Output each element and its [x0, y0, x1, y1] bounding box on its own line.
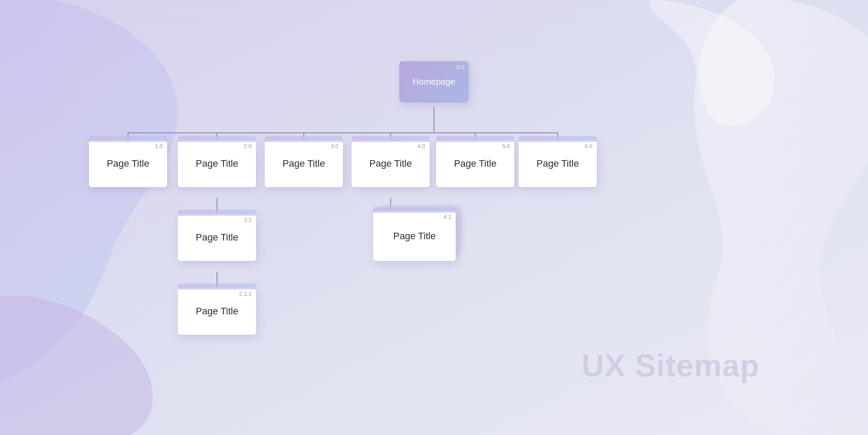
homepage-number: 0.0	[457, 64, 464, 70]
node-4-1[interactable]: 4.1 Page Title	[373, 211, 456, 263]
node-3-0-label: Page Title	[283, 158, 325, 169]
node-6-0[interactable]: 6.0 Page Title	[519, 140, 597, 187]
node-2-0[interactable]: 2.0 Page Title	[178, 140, 256, 187]
node-3-0-number: 3.0	[331, 143, 339, 149]
node-5-0[interactable]: 5.0 Page Title	[436, 140, 514, 187]
node-1-0-label: Page Title	[107, 158, 149, 169]
homepage-node[interactable]: 0.0 Homepage	[399, 61, 469, 102]
node-4-0[interactable]: 4.0 Page Title	[352, 140, 430, 187]
node-2-1-1-label: Page Title	[196, 306, 238, 317]
node-1-0[interactable]: 1.0 Page Title	[89, 140, 167, 187]
node-5-0-number: 5.0	[502, 143, 510, 149]
node-6-0-number: 6.0	[585, 143, 592, 149]
node-2-1-number: 2.1	[244, 217, 252, 223]
node-2-1-1-number: 2.1.1	[239, 290, 252, 297]
node-2-1-label: Page Title	[196, 232, 238, 243]
node-2-0-number: 2.0	[244, 143, 252, 149]
node-2-0-label: Page Title	[196, 158, 238, 169]
ux-sitemap-label: UX Sitemap	[582, 348, 760, 383]
node-4-0-number: 4.0	[418, 143, 425, 149]
node-5-0-label: Page Title	[454, 158, 496, 169]
node-2-1-1[interactable]: 2.1.1 Page Title	[178, 288, 256, 335]
node-1-0-number: 1.0	[155, 143, 163, 149]
node-4-1-number: 4.1	[444, 214, 451, 220]
node-3-0[interactable]: 3.0 Page Title	[265, 140, 343, 187]
node-4-0-label: Page Title	[369, 158, 412, 169]
node-2-1[interactable]: 2.1 Page Title	[178, 214, 256, 261]
node-6-0-label: Page Title	[536, 158, 579, 169]
homepage-label: Homepage	[413, 77, 455, 87]
node-4-1-label: Page Title	[393, 231, 436, 242]
